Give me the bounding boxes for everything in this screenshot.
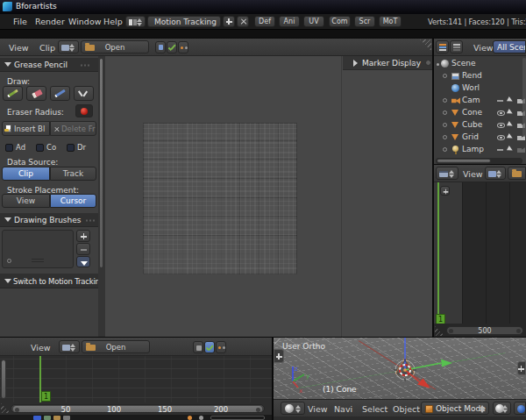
graph-dot-button[interactable] [216, 341, 226, 353]
graph-vscrollbar[interactable] [1, 358, 7, 401]
eye-icon[interactable] [497, 110, 505, 116]
draw-pencil-button[interactable] [3, 86, 23, 101]
panel-drag-dots[interactable] [80, 63, 91, 68]
clip-canvas[interactable]: Marker Display [105, 56, 432, 338]
drawing-brushes-panel-header[interactable]: Drawing Brushes [0, 213, 98, 227]
stroke-view-button[interactable]: View [2, 194, 50, 208]
editor-type-selector[interactable] [281, 402, 305, 415]
menu-help[interactable]: Help [103, 17, 123, 26]
toggle-ad-checkbox[interactable] [5, 144, 13, 152]
editor-type-selector[interactable] [436, 167, 458, 180]
mode-selector-dropd[interactable]: Object Mode [421, 402, 489, 415]
draw-pen-button[interactable] [50, 86, 70, 101]
graph-canvas[interactable]: 1 [0, 356, 272, 402]
add-layout-button[interactable] [223, 16, 235, 27]
delete-frame-button[interactable]: Delete Fr [50, 121, 96, 136]
panel-drag-dots[interactable] [85, 218, 96, 223]
render-visibility-icon[interactable] [517, 146, 525, 153]
workspace-tab-ani[interactable]: Ani [279, 16, 300, 27]
outliner-hscrollbar[interactable] [436, 158, 522, 164]
switch-motion-panel-header[interactable]: Switch to Motion Trackin [0, 274, 98, 288]
workspace-tab-uv[interactable]: UV [303, 16, 324, 27]
data-source-clip-button[interactable]: Clip [2, 167, 50, 181]
brush-specials-button[interactable] [76, 256, 90, 267]
outliner-row-grid[interactable]: Grid [434, 132, 526, 144]
pivot-selector[interactable] [514, 402, 526, 415]
properties-expand-tab[interactable] [517, 361, 526, 375]
marker-display-panel-header[interactable]: Marker Display [343, 56, 432, 70]
eye-icon[interactable] [497, 135, 505, 140]
viewport-select-menu[interactable]: Select [362, 404, 387, 414]
clip-view-menu[interactable]: View [9, 43, 29, 53]
curves-tool-button[interactable] [167, 41, 177, 53]
expander-icon[interactable] [443, 123, 447, 127]
menu-file[interactable]: File [13, 17, 27, 26]
dot-tool-button[interactable] [178, 41, 188, 53]
dope-view-menu[interactable]: View [463, 169, 483, 179]
outliner-scope-dropdown[interactable]: All Scen [493, 40, 526, 53]
brush-list-box[interactable] [2, 230, 74, 268]
expander-icon[interactable] [443, 110, 447, 115]
add-region-tab[interactable] [440, 186, 450, 196]
dope-canvas[interactable]: 1 [434, 182, 526, 324]
area-corner-grip[interactable] [420, 39, 431, 51]
expander-icon[interactable] [443, 74, 447, 78]
clip-clip-menu[interactable]: Clip [39, 43, 55, 53]
outliner-display-button[interactable] [450, 40, 463, 53]
shading-selector[interactable] [493, 402, 511, 415]
eraser-color-button[interactable] [75, 104, 93, 117]
cursor-select-icon[interactable] [507, 109, 514, 116]
editor-type-selector[interactable] [59, 340, 80, 353]
pin-tool-button[interactable] [155, 41, 166, 53]
toolbar-expand-tab[interactable] [274, 349, 284, 363]
layout-name-dropdown[interactable]: Motion Tracking [147, 16, 221, 27]
outliner-row-lamp[interactable]: Lamp [434, 144, 526, 156]
insert-blank-button[interactable]: Insert Bl [2, 121, 50, 136]
brush-remove-button[interactable] [76, 243, 90, 255]
eye-icon[interactable] [497, 149, 503, 151]
list-resize-handle[interactable] [32, 259, 44, 260]
toggle-dr-checkbox[interactable] [67, 144, 75, 152]
grease-pencil-panel-header[interactable]: Grease Pencil [0, 58, 98, 72]
cursor-select-icon[interactable] [507, 96, 514, 103]
expander-icon[interactable] [437, 63, 439, 66]
graph-curves-button[interactable] [204, 341, 215, 353]
workspace-tab-scr[interactable]: Scr [354, 16, 375, 27]
menu-render[interactable]: Render [35, 17, 65, 26]
expander-icon[interactable] [443, 98, 447, 103]
open-clip-button[interactable]: Open [81, 40, 149, 53]
workspace-tab-com[interactable]: Com [329, 16, 351, 27]
outliner-vscrollbar[interactable] [522, 58, 526, 137]
outliner-row-cone[interactable]: Cone [434, 107, 526, 119]
cursor-select-icon[interactable] [507, 121, 514, 128]
outliner-row-camera[interactable]: Cam [434, 95, 526, 107]
workspace-tab-def[interactable]: Def [254, 16, 275, 27]
draw-polyline-button[interactable] [74, 86, 94, 101]
expander-icon[interactable] [443, 147, 447, 152]
toggle-co-checkbox[interactable] [36, 144, 44, 152]
outliner-view-menu[interactable]: View [473, 43, 494, 53]
current-frame-line[interactable] [437, 182, 439, 324]
eye-icon[interactable] [497, 123, 505, 128]
outliner-row-cube[interactable]: Cube [434, 119, 526, 132]
viewport-canvas[interactable]: z y x User Ortho (1) Cone [274, 338, 526, 399]
workspace-tab-mot[interactable]: MoT [379, 16, 402, 27]
editor-type-selector[interactable] [58, 40, 79, 53]
dope-mode-selector[interactable] [485, 167, 506, 180]
cursor-select-icon[interactable] [507, 133, 514, 140]
graph-tool-button[interactable] [193, 341, 203, 353]
close-layout-button[interactable] [237, 16, 249, 27]
tool-panel-scrollbar[interactable] [98, 56, 105, 338]
expander-icon[interactable] [443, 135, 447, 139]
data-source-track-button[interactable]: Track [50, 167, 96, 181]
outliner-editor-selector[interactable] [436, 40, 449, 53]
area-corner-grip[interactable] [1, 403, 11, 413]
dope-open-button[interactable] [508, 167, 526, 180]
graph-view-menu[interactable]: View [31, 343, 51, 352]
outliner-row-world[interactable]: Worl [434, 82, 526, 95]
outliner-row-scene[interactable]: Scene [434, 58, 526, 70]
dope-hscrollbar[interactable]: 500 [446, 326, 523, 335]
area-corner-grip[interactable] [435, 326, 444, 336]
viewport-view-menu[interactable]: View [308, 404, 328, 414]
outliner-row-renderlayers[interactable]: Rend [434, 70, 526, 82]
